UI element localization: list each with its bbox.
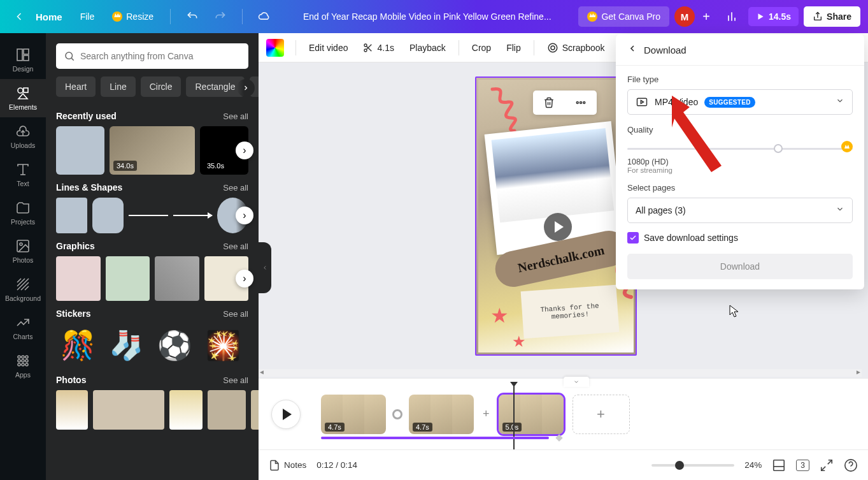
chips-scroll-right[interactable] <box>237 79 255 97</box>
help-icon[interactable] <box>844 458 858 472</box>
scrapbook-button[interactable]: Scrapbook <box>541 38 611 57</box>
redo-icon[interactable] <box>214 10 227 23</box>
playhead[interactable] <box>513 386 515 449</box>
shape-square[interactable] <box>56 198 87 233</box>
insights-icon[interactable] <box>720 5 743 28</box>
svg-point-15 <box>20 243 22 245</box>
note-card[interactable]: Thanks for the memories! <box>521 285 620 338</box>
video-play-overlay-icon[interactable] <box>544 213 572 241</box>
timeline-collapse-handle[interactable] <box>564 377 589 387</box>
graphic-item[interactable] <box>106 256 150 301</box>
crop-button[interactable]: Crop <box>466 39 497 57</box>
chip-rectangle[interactable]: Rectangle <box>186 76 244 97</box>
add-transition-button[interactable]: + <box>483 407 490 421</box>
photo-item[interactable] <box>208 390 246 430</box>
grid-view-icon[interactable] <box>772 458 786 472</box>
file-type-label: File type <box>627 75 853 84</box>
chip-circle[interactable]: Circle <box>141 76 181 97</box>
color-swatch[interactable] <box>266 39 284 57</box>
recent-item[interactable]: 34.0s <box>110 126 195 175</box>
search-field[interactable] <box>80 51 241 61</box>
see-all-stickers[interactable]: See all <box>223 309 248 319</box>
canvas-page[interactable]: Nerdschalk.com Thanks for the memories! … <box>475 76 637 356</box>
collapse-panel-handle[interactable] <box>259 242 271 293</box>
rail-uploads[interactable]: Uploads <box>0 117 46 156</box>
canvas-horizontal-scrollbar[interactable] <box>259 369 862 378</box>
rail-apps[interactable]: Apps <box>0 347 46 385</box>
chip-line[interactable]: Line <box>101 76 135 97</box>
photo-item[interactable] <box>93 390 164 430</box>
avatar[interactable]: M <box>674 6 695 27</box>
shape-arrow-line[interactable] <box>173 198 212 233</box>
graphic-item[interactable] <box>155 256 199 301</box>
rail-background[interactable]: Background <box>0 270 46 309</box>
file-type-select[interactable]: MP4 Video SUGGESTED <box>627 89 853 115</box>
fullscreen-icon[interactable] <box>820 458 834 472</box>
photo-item[interactable] <box>169 390 203 430</box>
back-icon[interactable] <box>13 10 25 23</box>
sticker-item[interactable]: 🧦 <box>104 324 148 367</box>
recent-item[interactable] <box>56 126 104 175</box>
zoom-slider[interactable] <box>651 464 734 467</box>
graphic-item[interactable] <box>56 256 101 301</box>
file-menu[interactable]: File <box>74 8 101 25</box>
sticker-item[interactable]: 🎇 <box>201 324 245 367</box>
rail-elements[interactable]: Elements <box>0 79 46 117</box>
element-more-button[interactable] <box>565 97 597 108</box>
timeline-clip-selected[interactable]: 5.0s <box>499 395 564 434</box>
rail-design[interactable]: Design <box>0 41 46 79</box>
get-pro-button[interactable]: Get Canva Pro <box>578 6 669 27</box>
timeline-clip[interactable]: 4.7s <box>409 395 474 434</box>
shape-rounded-square[interactable] <box>92 198 124 233</box>
rail-photos[interactable]: Photos <box>0 232 46 270</box>
cloud-sync-icon[interactable] <box>258 10 271 23</box>
transition-button[interactable] <box>392 409 402 419</box>
resize-button[interactable]: Resize <box>106 8 160 25</box>
star-graphic[interactable]: ★ <box>490 303 509 328</box>
chip-heart[interactable]: Heart <box>56 76 96 97</box>
add-member-button[interactable]: + <box>697 8 715 25</box>
flip-button[interactable]: Flip <box>500 39 527 57</box>
timeline-marker[interactable] <box>555 434 562 441</box>
add-clip-button[interactable]: + <box>573 395 630 434</box>
playback-button[interactable]: Playback <box>403 39 452 57</box>
document-title[interactable]: End of Year Recap Mobile Video in Pink Y… <box>281 11 573 22</box>
page-indicator[interactable]: 3 <box>796 460 809 471</box>
share-button[interactable]: Share <box>804 6 860 27</box>
timeline-clip[interactable]: 4.7s <box>321 395 386 434</box>
see-all-graphics[interactable]: See all <box>223 242 248 251</box>
home-button[interactable]: Home <box>36 11 62 22</box>
delete-element-button[interactable] <box>533 97 565 108</box>
shape-line[interactable] <box>129 198 167 233</box>
pages-select[interactable]: All pages (3) <box>627 198 853 223</box>
row-scroll-right[interactable]: › <box>236 270 253 287</box>
save-settings-checkbox[interactable] <box>627 232 639 244</box>
timeline-play-button[interactable] <box>271 400 301 429</box>
sticker-item[interactable]: ⚽ <box>153 324 196 367</box>
see-all-photos[interactable]: See all <box>223 375 248 385</box>
star-graphic[interactable]: ★ <box>512 333 526 351</box>
quality-slider[interactable] <box>627 141 853 156</box>
row-scroll-right[interactable]: › <box>236 142 253 159</box>
trim-button[interactable]: 4.1s <box>357 39 400 57</box>
undo-icon[interactable] <box>186 10 199 23</box>
preview-play-button[interactable]: 14.5s <box>748 7 799 26</box>
photo-item[interactable] <box>56 390 88 430</box>
squiggle-graphic[interactable] <box>483 83 527 134</box>
notes-button[interactable]: Notes <box>269 460 306 471</box>
search-input[interactable] <box>56 43 248 69</box>
rail-text[interactable]: Text <box>0 156 46 194</box>
rail-charts[interactable]: Charts <box>0 309 46 347</box>
download-back-icon[interactable] <box>627 43 637 56</box>
section-lines: Lines & Shapes <box>56 182 122 193</box>
sticker-item[interactable]: 🎊 <box>56 324 99 367</box>
zoom-value[interactable]: 24% <box>744 460 762 470</box>
edit-video-button[interactable]: Edit video <box>302 39 354 57</box>
download-button[interactable]: Download <box>627 254 853 279</box>
rail-projects[interactable]: Projects <box>0 194 46 232</box>
see-all-recent[interactable]: See all <box>223 112 248 121</box>
row-scroll-right[interactable]: › <box>236 207 253 224</box>
svg-point-36 <box>548 43 557 52</box>
photo-item[interactable] <box>251 390 259 430</box>
see-all-lines[interactable]: See all <box>223 183 248 193</box>
